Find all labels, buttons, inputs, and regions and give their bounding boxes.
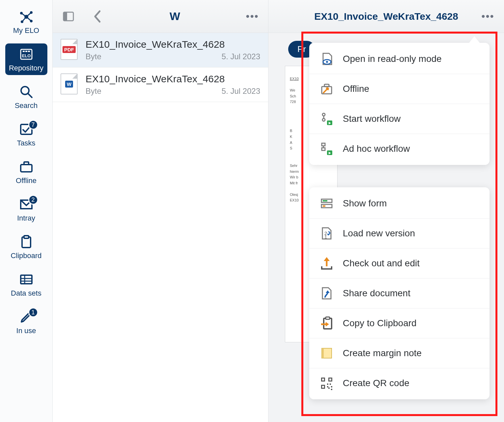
menu-offline[interactable]: Offline [309, 74, 490, 104]
svg-line-7 [26, 17, 31, 21]
row-body: EX10_Invoice_WeKraTex_4628 Byte 5. Jul 2… [86, 39, 260, 61]
menu-open-readonly[interactable]: Open in read-only mode [309, 44, 490, 74]
clipboard-icon [18, 234, 35, 250]
menu-label: Offline [343, 84, 369, 94]
preview-header: EX10_Invoice_WeKraTex_4628 ••• [268, 0, 504, 33]
context-menu: Open in read-only mode Offline Start wor… [309, 43, 490, 399]
preview-more-button[interactable]: ••• [480, 8, 496, 25]
nav-datasets[interactable]: Data sets [5, 269, 47, 300]
menu-label: Start workflow [343, 114, 401, 124]
menu-show-form[interactable]: Show form [309, 189, 490, 218]
menu-label: Share document [343, 288, 410, 299]
row-title: EX10_Invoice_WeKraTex_4628 [86, 73, 260, 85]
menu-start-workflow[interactable]: Start workflow [309, 104, 490, 134]
tasks-badge: 7 [28, 120, 38, 130]
svg-rect-44 [323, 205, 325, 207]
briefcase-icon [18, 159, 35, 174]
preview-title: EX10_Invoice_WeKraTex_4628 [293, 11, 480, 22]
pdf-file-icon: PDF [61, 39, 78, 60]
adhoc-workflow-icon [319, 141, 334, 156]
svg-point-32 [322, 119, 325, 121]
svg-line-8 [22, 17, 26, 22]
list-row[interactable]: W EX10_Invoice_WeKraTex_4628 Byte 5. Jul… [53, 67, 268, 102]
row-meta-right: 5. Jul 2023 [222, 52, 260, 61]
back-button[interactable] [89, 9, 105, 24]
menu-label: Open in read-only mode [343, 54, 441, 64]
sidebar-toggle-button[interactable] [61, 9, 76, 24]
menu-label: Load new version [343, 228, 415, 239]
svg-rect-30 [324, 84, 329, 87]
nav-search[interactable]: Search [5, 81, 47, 113]
svg-rect-56 [322, 348, 324, 358]
nav-label: Data sets [11, 289, 41, 298]
svg-rect-11 [25, 51, 27, 52]
qr-icon [319, 376, 334, 391]
nav-label: Intray [17, 214, 35, 223]
svg-text:1: 1 [324, 234, 327, 240]
datasets-icon [18, 272, 35, 287]
nav-rail: My ELO ELO Repository Search 7 Tasks [0, 0, 53, 422]
copy-clipboard-icon [319, 316, 334, 331]
nav-label: Clipboard [11, 251, 41, 260]
svg-text:ELO: ELO [22, 53, 31, 58]
svg-rect-37 [322, 148, 325, 150]
menu-adhoc-workflow[interactable]: Ad hoc workflow [309, 134, 490, 164]
nav-offline[interactable]: Offline [5, 156, 47, 188]
svg-point-28 [326, 61, 328, 63]
svg-rect-18 [24, 162, 29, 165]
svg-rect-60 [327, 383, 328, 385]
menu-check-out-edit[interactable]: Check out and edit [309, 248, 490, 278]
intray-badge: 2 [28, 195, 38, 205]
menu-share-document[interactable]: Share document [309, 278, 490, 308]
nav-tasks[interactable]: 7 Tasks [5, 119, 47, 150]
list-row[interactable]: PDF EX10_Invoice_WeKraTex_4628 Byte 5. J… [53, 33, 268, 67]
svg-rect-12 [28, 51, 30, 52]
menu-create-margin-note[interactable]: Create margin note [309, 338, 490, 368]
offline-icon [319, 81, 334, 96]
list-header: W ••• [53, 0, 268, 33]
svg-point-31 [322, 113, 325, 116]
svg-rect-21 [21, 275, 32, 284]
pencil-icon: 1 [18, 309, 35, 325]
nav-label: In use [16, 327, 36, 335]
nav-intray[interactable]: 2 Intray [5, 194, 47, 225]
list-more-button[interactable]: ••• [244, 9, 260, 24]
row-meta-right: 5. Jul 2023 [222, 87, 260, 96]
nav-label: Search [15, 101, 38, 110]
list-panel: W ••• PDF EX10_Invoice_WeKraTex_4628 Byt… [53, 0, 268, 422]
svg-rect-10 [23, 51, 25, 52]
svg-marker-50 [326, 290, 330, 293]
repository-icon: ELO [18, 47, 35, 62]
nav-inuse[interactable]: 1 In use [5, 306, 47, 338]
menu-label: Copy to Clipboard [343, 318, 416, 329]
svg-rect-20 [24, 236, 29, 238]
intray-icon: 2 [18, 197, 35, 212]
nav-label: Repository [9, 64, 43, 72]
list-title: W [105, 10, 244, 23]
svg-rect-65 [331, 389, 332, 390]
row-title: EX10_Invoice_WeKraTex_4628 [86, 39, 260, 50]
svg-rect-67 [329, 379, 331, 381]
svg-rect-42 [323, 200, 327, 201]
menu-create-qr[interactable]: Create QR code [309, 368, 490, 398]
inuse-badge: 1 [28, 307, 38, 317]
new-version-icon: 21 [319, 226, 334, 241]
menu-label: Check out and edit [343, 258, 420, 269]
nav-repository[interactable]: ELO Repository [5, 43, 47, 75]
row-body: EX10_Invoice_WeKraTex_4628 Byte 5. Jul 2… [86, 73, 260, 96]
nav-myelo[interactable]: My ELO [5, 6, 47, 38]
svg-rect-52 [326, 317, 330, 319]
svg-marker-49 [324, 257, 330, 261]
tasks-icon: 7 [18, 122, 35, 137]
svg-rect-66 [322, 379, 324, 381]
menu-group-2: Show form 21 Load new version Check out … [309, 187, 490, 399]
share-icon [319, 286, 334, 301]
workflow-icon [319, 111, 334, 126]
svg-rect-26 [63, 12, 67, 21]
network-icon [18, 9, 35, 24]
menu-copy-clipboard[interactable]: Copy to Clipboard [309, 308, 490, 338]
svg-rect-63 [331, 386, 332, 387]
row-meta-left: Byte [86, 87, 101, 96]
nav-clipboard[interactable]: Clipboard [5, 231, 47, 263]
menu-load-new-version[interactable]: 21 Load new version [309, 218, 490, 248]
